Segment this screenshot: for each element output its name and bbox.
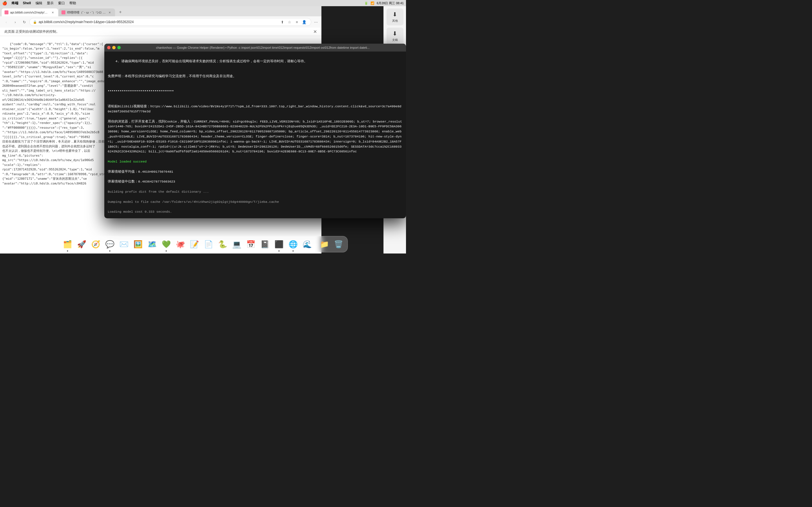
dock-terminal[interactable]: ⬛	[273, 238, 285, 250]
dock-finder[interactable]: 🗂️	[61, 238, 74, 250]
reader-button[interactable]: ≡	[294, 18, 300, 25]
term-line-10: 弹幕情绪值中位数：0.46364278775603623	[108, 179, 403, 184]
account-button[interactable]: 👤	[301, 18, 308, 25]
url-bar[interactable]: 🔒 api.bilibili.com/x/v2/reply/main?next=…	[29, 18, 311, 26]
terminal-content[interactable]: 4. 请确保网络环境状态良好，否则可能会出现网络请求失败的情况；分析报表生成过程…	[104, 52, 406, 218]
dock-trash[interactable]: 🗑️	[333, 238, 345, 250]
dock-calendar[interactable]: 📅	[245, 238, 257, 250]
down-arrow-icon-1: ⬇	[393, 11, 397, 18]
sidebar-btn-label-1: 其他	[392, 19, 398, 23]
terminal-maximize-button[interactable]	[117, 46, 121, 49]
terminal-close-button[interactable]	[107, 46, 110, 49]
terminal-titlebar: chanlonhoo — Google Chrome Helper (Rende…	[104, 44, 406, 52]
dock-dot-messages	[109, 250, 110, 251]
dock-github[interactable]: 🐙	[174, 238, 187, 250]
sidebar-btn-docs[interactable]: ⬇ 文稿	[387, 27, 403, 45]
dock-dot-wechat	[166, 250, 167, 251]
bookmark-button[interactable]: ☆	[286, 18, 293, 25]
dock-edge[interactable]: 🌊	[301, 238, 313, 250]
dock-vscode[interactable]: 💻	[231, 238, 243, 250]
dock-dot-finder	[67, 250, 68, 251]
term-line-6: 请粘贴Bilibili视频链接：https://www.bilibili.com…	[108, 104, 403, 114]
dock-maps[interactable]: 🗺️	[146, 238, 158, 250]
more-button[interactable]: ⋯	[312, 18, 319, 25]
dock-messages[interactable]: 💬	[104, 238, 116, 250]
menubar: 🍎 终端 Shell 编辑 显示 窗口 帮助 🔋 📶 6月28日 周三 08:4…	[0, 0, 406, 6]
term-line-7: 用你的浏览器，打开开发者工具，找到Cookie，并输入：CURRENT_FNVA…	[108, 119, 403, 154]
dock-pycharm[interactable]: 🐍	[216, 238, 229, 250]
tab-bilibili-video[interactable]: 哔哩哔哩（'・ω・'）つロ 千杯--bib... ✕	[59, 8, 115, 16]
tab-close-1[interactable]: ✕	[51, 10, 55, 14]
dock-separator	[316, 239, 316, 250]
terminal-minimize-button[interactable]	[112, 46, 116, 49]
dock-wechat[interactable]: 💚	[160, 238, 172, 250]
datetime-display: 6月28日 周三 08:41	[377, 1, 404, 5]
tab-favicon-2	[61, 10, 65, 14]
dock-typora[interactable]: 📝	[188, 238, 201, 250]
term-line-2: 免费声明：本程序仅供社科研究与编程学习交流使用，不得用于任何商业及非法用途。	[108, 74, 403, 79]
dock-dot-terminal	[278, 250, 280, 251]
tab-bar: api.bilibili.com/x/v2/reply/main... ✕ 哔哩…	[0, 6, 321, 16]
url-text: api.bilibili.com/x/v2/reply/main?next=1&…	[39, 20, 277, 24]
url-actions: ⬆ ☆ ≡ 👤	[279, 18, 308, 25]
menubar-edit[interactable]: 编辑	[36, 1, 42, 6]
menubar-shell[interactable]: Shell	[23, 1, 31, 5]
battery-icon[interactable]: 🔋	[364, 1, 368, 5]
term-line-9: 弹幕情绪值平均值：0.4619409175076481	[108, 169, 403, 174]
dock: 🗂️ 🚀 🧭 💬 ✉️ 🖼️ 🗺️ 💚 🐙 📝 📄 🐍 💻 📅 📓 ⬛ 🌐 🌊 …	[58, 236, 348, 252]
dock-safari[interactable]: 🧭	[90, 238, 102, 250]
sidebar-btn-label-2: 文稿	[392, 38, 398, 42]
term-line-13: Loading model cost 0.333 seconds.	[108, 209, 403, 214]
tab-title-2: 哔哩哔哩（'・ω・'）つロ 千杯--bib...	[67, 10, 106, 15]
menubar-terminal[interactable]: 终端	[11, 1, 18, 6]
dock-chrome[interactable]: 🌐	[287, 238, 299, 250]
term-line-11: Building prefix dict from the default di…	[108, 189, 403, 194]
dock-mail[interactable]: ✉️	[118, 238, 130, 250]
wifi-icon[interactable]: 📶	[370, 1, 374, 5]
dock-photos[interactable]: 🖼️	[132, 238, 144, 250]
menubar-window[interactable]: 窗口	[58, 1, 65, 6]
down-arrow-icon-2: ⬇	[393, 30, 397, 37]
term-line-12: Dumping model to file cache /var/folders…	[108, 200, 403, 205]
term-line-4: **********************************	[108, 89, 403, 94]
sidebar-btn-other[interactable]: ⬇ 其他	[387, 8, 403, 25]
apple-menu[interactable]: 🍎	[2, 1, 7, 5]
share-button[interactable]: ⬆	[279, 18, 286, 25]
address-bar: ‹ › ↻ 🔒 api.bilibili.com/x/v2/reply/main…	[0, 16, 321, 27]
dock-notion[interactable]: 📓	[259, 238, 271, 250]
refresh-button[interactable]: ↻	[20, 18, 28, 26]
tab-title-1: api.bilibili.com/x/v2/reply/main...	[10, 11, 49, 14]
tab-favicon-1	[4, 10, 8, 14]
dock-word[interactable]: 📄	[202, 238, 215, 250]
lock-icon: 🔒	[33, 20, 37, 24]
menubar-help[interactable]: 帮助	[69, 1, 76, 6]
back-button[interactable]: ‹	[2, 18, 10, 26]
terminal-title: chanlonhoo — Google Chrome Helper (Rende…	[122, 46, 403, 49]
notification-close-button[interactable]: ✕	[313, 30, 317, 34]
dock-dot-chrome	[293, 250, 294, 251]
notification-text: 此页面 正受到自动测试软件的控制。	[4, 29, 59, 34]
term-line-0: 4. 请确保网络环境状态良好，否则可能会出现网络请求失败的情况；分析报表生成过程…	[108, 59, 403, 64]
tab-api-bilibili[interactable]: api.bilibili.com/x/v2/reply/main... ✕	[2, 8, 58, 16]
forward-button[interactable]: ›	[11, 18, 19, 26]
menubar-view[interactable]: 显示	[47, 1, 54, 6]
extensions-area: ⋯	[312, 18, 319, 25]
new-tab-button[interactable]: +	[117, 8, 124, 16]
menubar-right: 🔋 📶 6月28日 周三 08:41	[364, 1, 404, 5]
term-line-8: Model loaded succeed	[108, 159, 403, 164]
tab-close-2[interactable]: ✕	[108, 10, 112, 14]
dock-files[interactable]: 📁	[318, 238, 331, 250]
terminal-window: chanlonhoo — Google Chrome Helper (Rende…	[104, 44, 406, 218]
notification-bar: 此页面 正受到自动测试软件的控制。 ✕	[0, 27, 321, 36]
dock-launchpad[interactable]: 🚀	[75, 238, 88, 250]
